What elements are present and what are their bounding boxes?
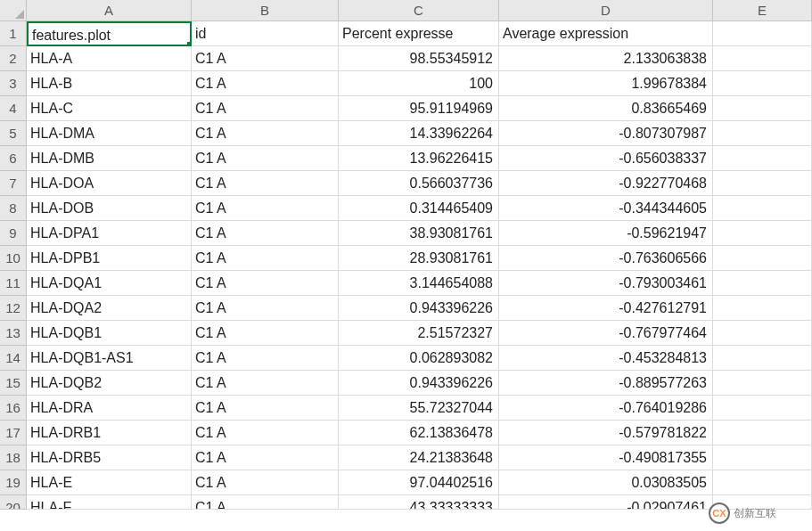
row-header[interactable]: 8	[0, 196, 27, 221]
cell-D14[interactable]: -0.453284813	[499, 346, 713, 371]
cell-A10[interactable]: HLA-DPB1	[27, 246, 192, 271]
cell-A17[interactable]: HLA-DRB1	[27, 421, 192, 445]
row-header[interactable]: 16	[0, 396, 27, 421]
row-header[interactable]: 14	[0, 346, 27, 371]
cell-A20[interactable]: HLA-F	[27, 495, 192, 510]
row-header[interactable]: 6	[0, 146, 27, 171]
cell-E8[interactable]	[713, 196, 812, 221]
cell-A14[interactable]: HLA-DQB1-AS1	[27, 346, 192, 371]
cell-D2[interactable]: 2.133063838	[499, 46, 713, 71]
cell-E6[interactable]	[713, 146, 812, 171]
cell-D15[interactable]: -0.889577263	[499, 371, 713, 396]
cell-E16[interactable]	[713, 396, 812, 421]
cell-C3[interactable]: 100	[339, 71, 499, 96]
cell-C6[interactable]: 13.96226415	[339, 146, 499, 171]
cell-D13[interactable]: -0.767977464	[499, 321, 713, 346]
row-header[interactable]: 4	[0, 96, 27, 121]
cell-B14[interactable]: C1 A	[192, 346, 339, 371]
cell-A11[interactable]: HLA-DQA1	[27, 271, 192, 296]
cell-C19[interactable]: 97.04402516	[339, 470, 499, 495]
cell-D18[interactable]: -0.490817355	[499, 445, 713, 470]
cell-D7[interactable]: -0.922770468	[499, 171, 713, 196]
cell-C5[interactable]: 14.33962264	[339, 121, 499, 146]
cell-B2[interactable]: C1 A	[192, 46, 339, 71]
row-header[interactable]: 3	[0, 71, 27, 96]
cell-B16[interactable]: C1 A	[192, 396, 339, 421]
cell-E19[interactable]	[713, 470, 812, 495]
row-header[interactable]: 20	[0, 495, 27, 510]
row-header[interactable]: 17	[0, 421, 27, 445]
cell-E5[interactable]	[713, 121, 812, 146]
cell-B7[interactable]: C1 A	[192, 171, 339, 196]
cell-A15[interactable]: HLA-DQB2	[27, 371, 192, 396]
col-header-A[interactable]: A	[27, 0, 192, 21]
cell-B5[interactable]: C1 A	[192, 121, 339, 146]
cell-A6[interactable]: HLA-DMB	[27, 146, 192, 171]
cell-A8[interactable]: HLA-DOB	[27, 196, 192, 221]
cell-D6[interactable]: -0.656038337	[499, 146, 713, 171]
cell-D1[interactable]: Average expression	[499, 21, 713, 46]
cell-C11[interactable]: 3.144654088	[339, 271, 499, 296]
cell-D20[interactable]: -0.02907461	[499, 495, 713, 510]
cell-C14[interactable]: 0.062893082	[339, 346, 499, 371]
cell-C2[interactable]: 98.55345912	[339, 46, 499, 71]
cell-B3[interactable]: C1 A	[192, 71, 339, 96]
cell-B4[interactable]: C1 A	[192, 96, 339, 121]
cell-B10[interactable]: C1 A	[192, 246, 339, 271]
col-header-C[interactable]: C	[339, 0, 499, 21]
cell-C20[interactable]: 43.33333333	[339, 495, 499, 510]
cell-E11[interactable]	[713, 271, 812, 296]
cell-A16[interactable]: HLA-DRA	[27, 396, 192, 421]
cell-A19[interactable]: HLA-E	[27, 470, 192, 495]
cell-C7[interactable]: 0.566037736	[339, 171, 499, 196]
cell-B12[interactable]: C1 A	[192, 296, 339, 321]
cell-C10[interactable]: 28.93081761	[339, 246, 499, 271]
cell-C9[interactable]: 38.93081761	[339, 221, 499, 246]
cell-A5[interactable]: HLA-DMA	[27, 121, 192, 146]
cell-B8[interactable]: C1 A	[192, 196, 339, 221]
cell-D8[interactable]: -0.344344605	[499, 196, 713, 221]
cell-A13[interactable]: HLA-DQB1	[27, 321, 192, 346]
row-header[interactable]: 12	[0, 296, 27, 321]
cell-E3[interactable]	[713, 71, 812, 96]
cell-C13[interactable]: 2.51572327	[339, 321, 499, 346]
col-header-B[interactable]: B	[192, 0, 339, 21]
cell-D10[interactable]: -0.763606566	[499, 246, 713, 271]
cell-C18[interactable]: 24.21383648	[339, 445, 499, 470]
cell-C4[interactable]: 95.91194969	[339, 96, 499, 121]
cell-E1[interactable]	[713, 21, 812, 46]
row-header[interactable]: 7	[0, 171, 27, 196]
cell-E17[interactable]	[713, 421, 812, 445]
cell-A18[interactable]: HLA-DRB5	[27, 445, 192, 470]
cell-B9[interactable]: C1 A	[192, 221, 339, 246]
col-header-D[interactable]: D	[499, 0, 713, 21]
row-header[interactable]: 9	[0, 221, 27, 246]
row-header[interactable]: 5	[0, 121, 27, 146]
cell-E13[interactable]	[713, 321, 812, 346]
row-header[interactable]: 13	[0, 321, 27, 346]
cell-E14[interactable]	[713, 346, 812, 371]
cell-D4[interactable]: 0.83665469	[499, 96, 713, 121]
cell-B1[interactable]: id	[192, 21, 339, 46]
cell-D19[interactable]: 0.03083505	[499, 470, 713, 495]
cell-E12[interactable]	[713, 296, 812, 321]
row-header[interactable]: 18	[0, 445, 27, 470]
cell-A9[interactable]: HLA-DPA1	[27, 221, 192, 246]
cell-B19[interactable]: C1 A	[192, 470, 339, 495]
cell-A12[interactable]: HLA-DQA2	[27, 296, 192, 321]
cell-C12[interactable]: 0.943396226	[339, 296, 499, 321]
cell-B17[interactable]: C1 A	[192, 421, 339, 445]
cell-D11[interactable]: -0.793003461	[499, 271, 713, 296]
cell-D5[interactable]: -0.807307987	[499, 121, 713, 146]
cell-E9[interactable]	[713, 221, 812, 246]
cell-E2[interactable]	[713, 46, 812, 71]
cell-B20[interactable]: C1 A	[192, 495, 339, 510]
cell-B18[interactable]: C1 A	[192, 445, 339, 470]
cell-A4[interactable]: HLA-C	[27, 96, 192, 121]
col-header-E[interactable]: E	[713, 0, 812, 21]
cell-D17[interactable]: -0.579781822	[499, 421, 713, 445]
cell-C17[interactable]: 62.13836478	[339, 421, 499, 445]
row-header[interactable]: 11	[0, 271, 27, 296]
cell-D9[interactable]: -0.59621947	[499, 221, 713, 246]
cell-D16[interactable]: -0.764019286	[499, 396, 713, 421]
